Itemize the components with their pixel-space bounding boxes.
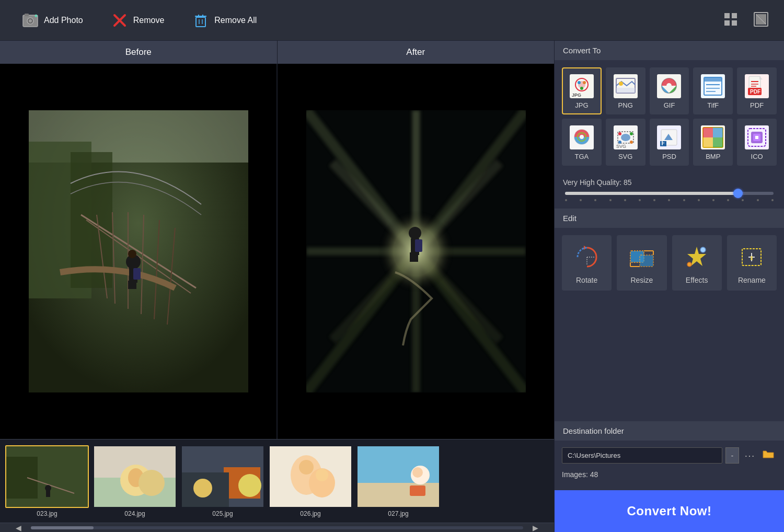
scroll-bar: ◀ ▶: [0, 523, 554, 532]
format-psd-button[interactable]: P PSD: [650, 119, 689, 166]
grid-view-icon: [722, 11, 739, 28]
jpg-icon: JPG: [570, 74, 594, 98]
svg-text:PDF: PDF: [750, 89, 760, 95]
format-bmp-button[interactable]: BMP: [693, 119, 733, 166]
rotate-button[interactable]: Rotate: [562, 235, 612, 291]
svg-point-91: [619, 82, 623, 86]
destination-folder-button[interactable]: [760, 447, 777, 464]
destination-browse-button[interactable]: ⋯: [742, 447, 757, 464]
svg-rect-13: [724, 13, 730, 18]
svg-rect-16: [732, 20, 737, 26]
svg-rect-151: [751, 256, 753, 260]
svg-point-52: [409, 227, 421, 239]
thumbnail-frame: [5, 445, 89, 508]
svg-point-86: [583, 81, 586, 84]
svg-point-115: [621, 134, 630, 141]
svg-point-76: [316, 469, 328, 481]
format-png-button[interactable]: PNG: [606, 67, 645, 114]
svg-point-85: [578, 81, 581, 84]
add-photo-button[interactable]: + Add Photo: [10, 7, 95, 34]
preview-headers: Before After: [0, 41, 554, 64]
thumb-image-024: [94, 446, 177, 508]
effects-icon: [683, 244, 710, 271]
pdf-icon: PDF: [745, 74, 769, 98]
svg-rect-54: [410, 252, 414, 262]
format-jpg-button[interactable]: JPG JPG: [562, 67, 602, 114]
svg-point-69: [238, 474, 261, 497]
svg-point-95: [666, 83, 672, 88]
thumbnail-item[interactable]: 026.jpg: [269, 445, 352, 517]
folder-icon: [762, 449, 775, 459]
svg-rect-140: [640, 255, 653, 267]
svg-point-36: [128, 250, 136, 258]
resize-icon: [628, 244, 655, 271]
destination-row: - ⋯: [562, 447, 777, 464]
destination-content: - ⋯ Images: 48: [555, 441, 784, 490]
svg-rect-3: [25, 14, 29, 16]
grid-view-button[interactable]: [718, 7, 743, 33]
convert-now-button[interactable]: Convert Now!: [555, 490, 784, 532]
svg-rect-89: [614, 74, 638, 98]
remove-button[interactable]: Remove: [100, 7, 176, 34]
destination-header: Destination folder: [555, 421, 784, 441]
before-image: [29, 110, 248, 392]
quality-slider-wrap[interactable]: [563, 192, 776, 201]
svg-rect-35: [132, 281, 136, 289]
format-ico-button[interactable]: ICO: [737, 119, 777, 166]
format-tiff-button[interactable]: TifF: [693, 67, 733, 114]
svg-rect-131: [713, 137, 723, 147]
thumbnail-frame: [93, 445, 177, 508]
gif-icon: [657, 74, 681, 98]
format-grid: JPG JPG PNG: [555, 60, 784, 173]
svg-point-111: [580, 135, 584, 139]
svg-rect-56: [415, 239, 422, 252]
format-tga-button[interactable]: TGA: [562, 119, 602, 166]
main-layout: Before After: [0, 41, 784, 532]
format-gif-button[interactable]: GIF: [650, 67, 689, 114]
remove-all-button[interactable]: Remove All: [181, 7, 268, 34]
thumbnail-frame: [181, 445, 264, 508]
rename-button[interactable]: Rename: [727, 235, 777, 291]
format-svg-button[interactable]: SVG SVG: [606, 119, 645, 166]
svg-rect-55: [414, 252, 418, 262]
effects-button[interactable]: Effects: [672, 235, 722, 291]
thumbnail-item[interactable]: 027.jpg: [356, 445, 440, 517]
after-image: [306, 110, 526, 392]
svg-point-146: [700, 247, 706, 252]
svg-text:P: P: [662, 141, 664, 146]
edit-header: Edit: [555, 209, 784, 228]
svg-rect-34: [128, 281, 132, 289]
thumbnail-item[interactable]: 023.jpg: [5, 445, 89, 517]
svg-rect-37: [133, 268, 141, 280]
destination-dropdown-button[interactable]: -: [725, 447, 739, 464]
svg-rect-58: [6, 457, 38, 499]
svg-point-147: [687, 262, 691, 267]
resize-button[interactable]: Resize: [617, 235, 666, 291]
svg-rect-61: [46, 489, 50, 497]
svg-point-80: [412, 467, 423, 478]
thumbnail-item[interactable]: 024.jpg: [93, 445, 177, 517]
scroll-right-arrow[interactable]: ▶: [527, 524, 544, 532]
scroll-left-arrow[interactable]: ◀: [10, 524, 27, 532]
thumb-image-025: [182, 446, 264, 508]
thumbnail-frame: [356, 445, 440, 508]
svg-text:SVG: SVG: [616, 144, 626, 149]
after-pane: [278, 64, 554, 439]
quality-thumb[interactable]: [733, 189, 743, 198]
before-header: Before: [0, 41, 278, 64]
scroll-track[interactable]: [31, 526, 523, 529]
psd-icon: P: [657, 125, 681, 149]
thumbnail-item[interactable]: 025.jpg: [181, 445, 264, 517]
tiff-icon: [701, 74, 725, 98]
preview-area: [0, 64, 554, 439]
svg-rect-98: [704, 77, 722, 82]
single-view-button[interactable]: [748, 7, 774, 33]
svg-rect-15: [724, 20, 730, 26]
destination-path-input[interactable]: [562, 447, 722, 464]
single-view-icon: [753, 11, 769, 28]
thumb-image-026: [270, 446, 352, 508]
format-pdf-button[interactable]: PDF PDF: [737, 67, 777, 114]
toolbar: + Add Photo Remove Remove All: [0, 0, 784, 41]
quality-slider[interactable]: [565, 192, 774, 195]
convert-to-header: Convert To: [555, 41, 784, 60]
